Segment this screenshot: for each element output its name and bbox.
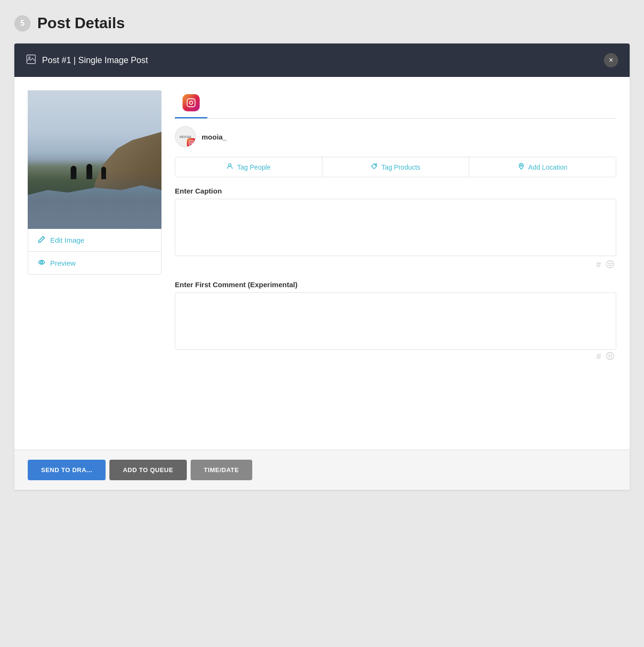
- figure-2: [86, 164, 92, 179]
- footer-bar: SEND TO DRA... ADD TO QUEUE TIME/DATE: [14, 450, 630, 490]
- svg-point-15: [611, 263, 612, 264]
- main-card: Post #1 | Single Image Post ×: [14, 43, 630, 490]
- add-location-button[interactable]: Add Location: [469, 157, 616, 177]
- caption-input[interactable]: [175, 199, 616, 256]
- comment-footer: #: [175, 352, 616, 363]
- add-location-label: Add Location: [528, 163, 568, 171]
- account-row: MOOIA mooia_: [175, 126, 616, 147]
- svg-point-3: [41, 261, 43, 263]
- tag-buttons-group: Tag People Tag Products: [175, 157, 616, 177]
- right-panel: MOOIA mooia_: [175, 90, 616, 436]
- tag-people-button[interactable]: Tag People: [175, 157, 322, 177]
- svg-point-11: [375, 165, 376, 166]
- svg-point-17: [609, 355, 610, 356]
- tag-icon: [371, 163, 377, 171]
- card-body: Edit Image Preview: [14, 77, 630, 450]
- send-to-drafts-button[interactable]: SEND TO DRA...: [28, 460, 106, 480]
- action-buttons: Edit Image Preview: [28, 229, 161, 275]
- comment-emoji-icon[interactable]: [606, 352, 614, 363]
- svg-point-9: [193, 141, 193, 142]
- svg-point-14: [609, 263, 610, 264]
- image-preview: [28, 90, 161, 229]
- svg-rect-7: [189, 140, 194, 145]
- pencil-icon: [38, 236, 45, 245]
- avatar: MOOIA: [175, 126, 196, 147]
- add-to-queue-button[interactable]: ADD TO QUEUE: [109, 460, 186, 480]
- cliff-decoration: [88, 132, 161, 215]
- edit-image-label: Edit Image: [50, 236, 85, 244]
- comment-hashtag-icon[interactable]: #: [596, 352, 601, 363]
- instagram-icon: [182, 94, 200, 111]
- card-title: Post #1 | Single Image Post: [42, 55, 148, 65]
- svg-point-16: [607, 353, 614, 360]
- preview-label: Preview: [50, 259, 75, 267]
- page-title: Post Details: [37, 14, 125, 32]
- card-header: Post #1 | Single Image Post ×: [14, 43, 630, 77]
- first-comment-input[interactable]: [175, 292, 616, 350]
- location-icon: [518, 163, 525, 171]
- preview-button[interactable]: Preview: [28, 252, 161, 274]
- image-icon: [26, 54, 36, 67]
- tag-products-button[interactable]: Tag Products: [322, 157, 470, 177]
- svg-point-6: [193, 100, 194, 101]
- tag-people-label: Tag People: [237, 163, 270, 171]
- svg-point-5: [190, 101, 193, 105]
- step-badge: 5: [14, 15, 31, 32]
- time-date-button[interactable]: TIME/DATE: [191, 460, 253, 480]
- figure-3: [101, 167, 106, 179]
- svg-rect-4: [187, 99, 195, 107]
- svg-point-1: [29, 57, 30, 58]
- svg-point-18: [611, 355, 612, 356]
- account-name: mooia_: [202, 133, 227, 141]
- svg-point-12: [520, 165, 522, 167]
- avatar-ig-badge: [187, 138, 196, 147]
- eye-icon: [38, 259, 45, 268]
- water-decoration: [28, 181, 161, 229]
- first-comment-label: Enter First Comment (Experimental): [175, 280, 616, 289]
- emoji-icon[interactable]: [606, 260, 614, 271]
- hashtag-icon[interactable]: #: [596, 260, 601, 271]
- caption-footer: #: [175, 260, 616, 271]
- person-icon: [226, 163, 233, 171]
- figure-1: [71, 166, 76, 179]
- edit-image-button[interactable]: Edit Image: [28, 229, 161, 252]
- svg-point-8: [191, 142, 193, 144]
- svg-point-13: [607, 261, 614, 268]
- close-button[interactable]: ×: [604, 53, 618, 67]
- platform-tabs: [175, 90, 616, 119]
- tag-products-label: Tag Products: [381, 163, 420, 171]
- left-panel: Edit Image Preview: [28, 90, 161, 436]
- svg-point-10: [229, 164, 231, 166]
- tab-instagram[interactable]: [175, 90, 207, 119]
- close-icon: ×: [609, 56, 613, 65]
- card-header-left: Post #1 | Single Image Post: [26, 54, 148, 67]
- caption-label: Enter Caption: [175, 187, 616, 195]
- page-header: 5 Post Details: [14, 14, 630, 32]
